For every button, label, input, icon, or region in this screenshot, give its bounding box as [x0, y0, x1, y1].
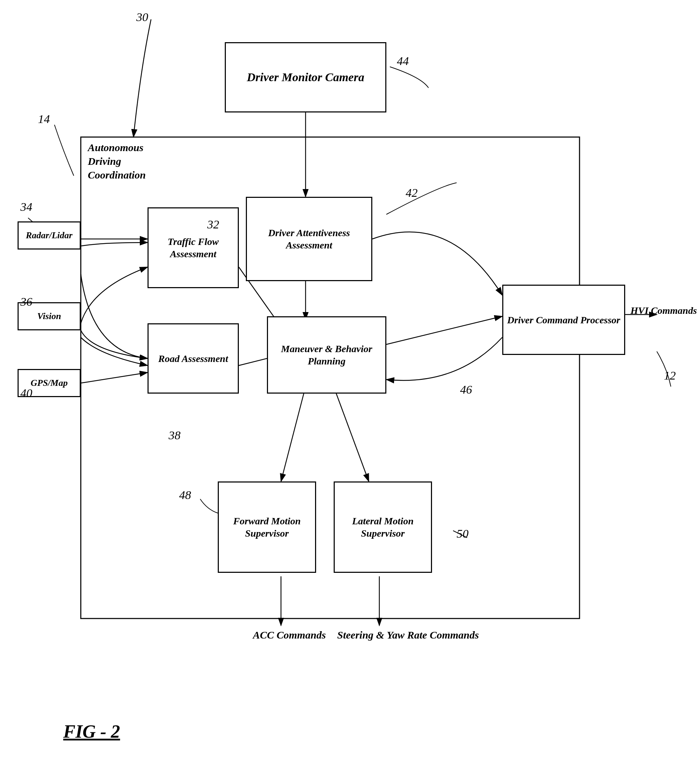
lateral-motion-box: Lateral Motion Supervisor: [334, 481, 432, 573]
forward-motion-box: Forward Motion Supervisor: [218, 481, 316, 573]
ref-44: 44: [397, 55, 409, 68]
maneuver-box: Maneuver & Behavior Planning: [267, 316, 387, 394]
steering-label: Steering & Yaw Rate Commands: [337, 629, 479, 641]
ref-36: 36: [20, 295, 32, 309]
ref-46: 46: [460, 383, 472, 396]
radar-box: Radar/Lidar: [18, 221, 81, 249]
driver-monitor-camera-box: Driver Monitor Camera: [225, 42, 387, 112]
ref-34: 34: [20, 201, 32, 214]
diagram-container: Driver Monitor Camera Autonomous Driving…: [0, 0, 700, 777]
driver-attentiveness-box: Driver Attentiveness Assessment: [246, 197, 372, 281]
autonomous-label: Autonomous Driving Coordination: [88, 140, 172, 182]
ref-38: 38: [168, 429, 180, 442]
ref-12: 12: [664, 369, 676, 383]
ref-30: 30: [136, 10, 148, 24]
ref-40: 40: [20, 386, 32, 400]
ref-14: 14: [38, 112, 50, 126]
hvi-label: HVI Commands: [630, 305, 697, 316]
figure-label: FIG - 2: [63, 721, 120, 742]
ref-48: 48: [179, 488, 191, 502]
ref-42: 42: [406, 186, 418, 200]
ref-50: 50: [457, 527, 468, 540]
acc-label: ACC Commands: [253, 629, 326, 641]
driver-command-box: Driver Command Processor: [502, 285, 625, 355]
ref-32: 32: [207, 218, 219, 231]
traffic-flow-box: Traffic Flow Assessment: [148, 207, 239, 288]
road-assessment-box: Road Assessment: [148, 323, 239, 394]
